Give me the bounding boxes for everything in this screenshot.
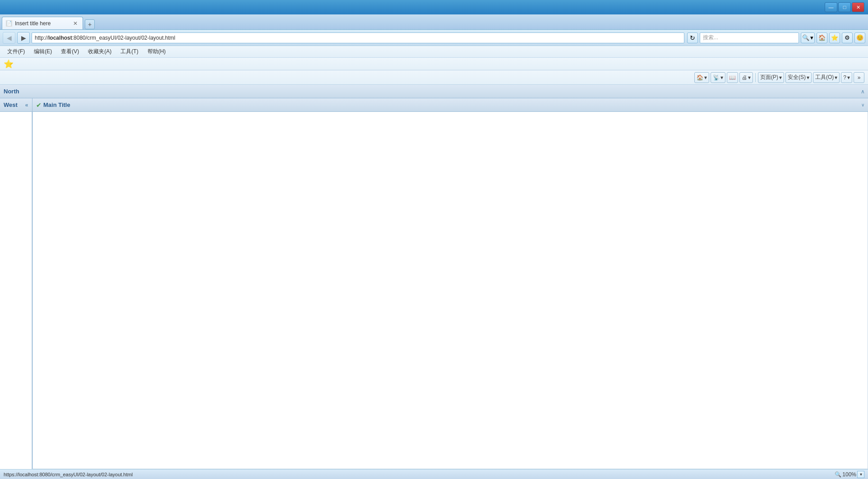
user-button[interactable]: 😊 [854, 32, 865, 43]
toolbar-row: 🏠 ▾ 📡 ▾ 📖 🖨 ▾ 页面(P) ▾ 安全(S) ▾ 工具(O) ▾ ? [0, 70, 868, 85]
new-tab-button[interactable]: + [85, 19, 95, 29]
status-url: https://localhost:8080/crm_easyUI/02-lay… [4, 472, 832, 477]
tab-bar: 📄 Insert title here ✕ + [0, 14, 868, 30]
main-title: Main Title [43, 101, 70, 108]
status-bar: https://localhost:8080/crm_easyUI/02-lay… [0, 469, 868, 479]
security-button[interactable]: 安全(S) ▾ [785, 72, 812, 83]
zoom-control: 🔍 100% ▾ [835, 471, 864, 478]
home-button[interactable]: 🏠 [817, 32, 827, 43]
browser-frame: — □ ✕ 📄 Insert title here ✕ + ◀ ▶ http:/… [0, 0, 868, 479]
tab-favicon: 📄 [6, 20, 12, 27]
search-button[interactable]: 🔍 ▾ [801, 32, 815, 43]
refresh-icon: ↻ [690, 34, 695, 41]
refresh-button[interactable]: ↻ [687, 32, 698, 43]
help-toolbar-button[interactable]: ? ▾ [841, 72, 852, 83]
menu-view[interactable]: 查看(V) [57, 47, 83, 56]
page-dropdown-icon: ▾ [779, 74, 782, 81]
title-bar: — □ ✕ [0, 0, 868, 14]
zoom-dropdown-icon: ▾ [860, 472, 862, 477]
page-label: 页面(P) [760, 74, 778, 81]
page-button[interactable]: 页面(P) ▾ [758, 72, 784, 83]
address-bar[interactable]: http://localhost:8080/crm_easyUI/02-layo… [32, 32, 684, 43]
search-bar[interactable]: 搜索... [700, 32, 799, 43]
toolbar-separator [755, 73, 756, 82]
menu-tools[interactable]: 工具(T) [117, 47, 142, 56]
home-toolbar-icon: 🏠 [697, 74, 703, 81]
home-icon: 🏠 [818, 34, 826, 41]
west-header: West « [0, 98, 32, 112]
nav-bar: ◀ ▶ http://localhost:8080/crm_easyUI/02-… [0, 30, 868, 46]
search-icon: 🔍 [802, 34, 809, 41]
address-host: localhost [48, 35, 72, 41]
menu-favorites[interactable]: 收藏夹(A) [84, 47, 115, 56]
menu-file[interactable]: 文件(F) [4, 47, 28, 56]
address-text: http://localhost:8080/crm_easyUI/02-layo… [35, 35, 681, 41]
main-collapse-icon: ∨ [861, 102, 864, 107]
main-content [32, 112, 868, 469]
read-icon: 📖 [729, 74, 736, 81]
west-collapse-button[interactable]: « [23, 101, 30, 109]
west-collapse-icon: « [25, 102, 28, 108]
feeds-dropdown-icon: ▾ [720, 74, 723, 81]
browser-tab[interactable]: 📄 Insert title here ✕ [2, 17, 83, 29]
feeds-button[interactable]: 📡 ▾ [711, 72, 725, 83]
close-button[interactable]: ✕ [852, 2, 864, 12]
tools-label: 工具(O) [815, 74, 834, 81]
read-button[interactable]: 📖 [727, 72, 738, 83]
expand-icon: » [858, 74, 861, 81]
west-panel: West « [0, 98, 32, 469]
favorites-star-icon: ⭐ [4, 59, 14, 69]
tab-close-button[interactable]: ✕ [72, 20, 79, 27]
zoom-icon: 🔍 [835, 471, 841, 478]
home-dropdown-icon: ▾ [704, 74, 707, 81]
north-collapse-button[interactable]: ∧ [859, 88, 866, 95]
easyui-layout: North ∧ West « ✔ Main Tit [0, 85, 868, 469]
zoom-label: 100% [842, 471, 856, 478]
address-path: :8080/crm_easyUI/02-layout/02-layout.htm… [72, 35, 175, 41]
west-content [0, 112, 32, 469]
print-icon: 🖨 [742, 74, 747, 81]
tools-dropdown-icon: ▾ [835, 74, 837, 81]
maximize-button[interactable]: □ [838, 2, 851, 12]
tools-button[interactable]: 工具(O) ▾ [813, 72, 840, 83]
security-dropdown-icon: ▾ [807, 74, 809, 81]
menu-help[interactable]: 帮助(H) [144, 47, 170, 56]
menu-bar: 文件(F) 编辑(E) 查看(V) 收藏夹(A) 工具(T) 帮助(H) [0, 46, 868, 58]
gear-icon: ⚙ [845, 34, 850, 41]
security-label: 安全(S) [788, 74, 806, 81]
north-panel: North ∧ [0, 85, 868, 98]
menu-edit[interactable]: 编辑(E) [30, 47, 55, 56]
search-dropdown-icon: ▾ [810, 34, 813, 41]
west-label: West [4, 101, 18, 108]
zoom-dropdown-button[interactable]: ▾ [857, 471, 864, 478]
forward-icon: ▶ [21, 34, 26, 41]
feeds-icon: 📡 [713, 74, 720, 81]
back-icon: ◀ [7, 34, 12, 41]
help-label: ? [843, 74, 846, 81]
search-placeholder: 搜索... [703, 34, 718, 41]
user-icon: 😊 [856, 34, 863, 41]
home-toolbar-button[interactable]: 🏠 ▾ [694, 72, 709, 83]
print-button[interactable]: 🖨 ▾ [739, 72, 753, 83]
settings-button[interactable]: ⚙ [842, 32, 853, 43]
main-check-icon: ✔ [36, 101, 42, 109]
north-label: North [4, 88, 19, 95]
forward-button[interactable]: ▶ [17, 32, 30, 44]
favorites-button[interactable]: ⭐ [829, 32, 840, 43]
north-collapse-icon: ∧ [861, 88, 865, 95]
main-header: ✔ Main Title ∨ [32, 98, 868, 112]
main-panel: ✔ Main Title ∨ [32, 98, 868, 469]
center-row: West « ✔ Main Title ∨ [0, 98, 868, 469]
back-button[interactable]: ◀ [3, 32, 15, 44]
favorites-bar: ⭐ [0, 58, 868, 70]
help-dropdown-icon: ▾ [847, 74, 850, 81]
star-icon: ⭐ [831, 34, 838, 41]
tab-title: Insert title here [15, 20, 51, 27]
print-dropdown-icon: ▾ [748, 74, 751, 81]
minimize-button[interactable]: — [825, 2, 837, 12]
title-bar-buttons: — □ ✕ [825, 2, 864, 12]
main-collapse-button[interactable]: ∨ [859, 101, 866, 109]
expand-button[interactable]: » [854, 72, 864, 83]
